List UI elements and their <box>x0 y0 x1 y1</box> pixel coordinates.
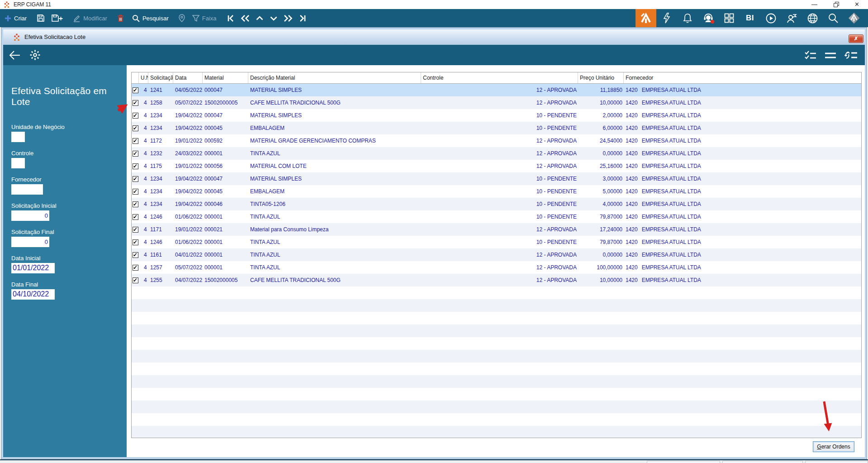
column-header-check[interactable] <box>132 72 139 83</box>
table-row[interactable]: 4123224/03/2022000001TINTA AZUL12 - APRO… <box>132 147 861 160</box>
modificar-button[interactable]: Modificar <box>73 14 107 22</box>
support-headset-icon[interactable] <box>698 9 719 27</box>
solicitacao_final-input[interactable]: 0 <box>11 237 49 247</box>
column-header-Fornecedor[interactable]: Fornecedor <box>624 72 862 83</box>
table-row[interactable]: 4117219/01/2022000592MATERIAL GRADE GERE… <box>132 134 861 147</box>
column-header-Data[interactable]: Data <box>173 72 203 83</box>
table-row[interactable]: 4125504/07/202215002000005CAFE MELLITA T… <box>132 274 861 286</box>
column-header-Preço Unitário[interactable]: Preço Unitário <box>578 72 624 83</box>
pin-button[interactable] <box>179 14 185 22</box>
table-row[interactable]: 4124104/05/2022000047MATERIAL SIMPLES12 … <box>132 84 861 96</box>
cell-un: 4 <box>139 100 148 106</box>
lightning-icon[interactable] <box>656 9 677 27</box>
bi-button[interactable]: BI <box>740 9 760 27</box>
row-checkbox[interactable] <box>133 277 138 283</box>
table-row[interactable]: 4117119/01/2022000021Material para Consu… <box>132 223 861 236</box>
window-header-bar <box>3 45 865 65</box>
table-row[interactable]: 4123419/04/2022000045EMBALAGEM10 - PENDE… <box>132 122 861 134</box>
row-checkbox[interactable] <box>133 201 138 207</box>
cell-solicitacao: 1234 <box>148 188 173 195</box>
bell-icon[interactable] <box>677 9 698 27</box>
row-checkbox[interactable] <box>133 113 138 119</box>
gerar-ordens-button[interactable]: Gerar Ordens <box>813 441 854 452</box>
save-new-button[interactable] <box>51 14 63 22</box>
column-header-U.N.[interactable]: U.N. <box>139 72 148 83</box>
globe-icon[interactable] <box>802 9 823 27</box>
controle-input[interactable] <box>11 158 25 168</box>
row-checkbox[interactable] <box>133 227 138 233</box>
fornecedor-nome: EMPRESA ATUAL LTDA <box>642 150 701 157</box>
tutorial-play-icon[interactable] <box>760 9 781 27</box>
table-row[interactable]: 4123419/04/2022000047MATERIAL SIMPLES10 … <box>132 172 861 185</box>
delete-button[interactable] <box>117 14 124 22</box>
cell-fornecedor: 1420EMPRESA ATUAL LTDA <box>624 176 862 182</box>
down-icon[interactable] <box>270 14 278 22</box>
close-button[interactable]: ✕ <box>847 0 867 9</box>
row-checkbox[interactable] <box>133 189 138 195</box>
solicitacao_inicial-input[interactable]: 0 <box>11 210 49 221</box>
row-checkbox[interactable] <box>133 125 138 131</box>
main-toolbar: Criar Modificar <box>0 9 868 27</box>
apps-grid-icon[interactable] <box>719 9 740 27</box>
column-header-Descrição Material[interactable]: Descrição Material <box>248 72 421 83</box>
check-list-icon[interactable] <box>804 50 817 60</box>
row-checkbox[interactable] <box>133 151 138 157</box>
data_inicial-input[interactable]: 01/01/2022 <box>11 263 55 273</box>
table-row[interactable]: 4125805/07/202215002000005CAFE MELLITA T… <box>132 96 861 109</box>
cell-un: 4 <box>139 201 148 207</box>
minimize-button[interactable]: — <box>804 0 825 9</box>
user-flag-icon[interactable] <box>781 9 802 27</box>
app-title: ERP CIGAM 11 <box>14 1 51 8</box>
fornecedor-nome: EMPRESA ATUAL LTDA <box>642 176 701 182</box>
data_final-input[interactable]: 04/10/2022 <box>11 289 55 300</box>
lines-list-icon[interactable] <box>825 50 836 60</box>
criar-button[interactable]: Criar <box>5 15 27 22</box>
row-checkbox[interactable] <box>133 176 138 182</box>
cigam-home-icon[interactable] <box>636 9 656 27</box>
row-checkbox[interactable] <box>133 214 138 220</box>
table-row[interactable]: 4124601/06/2022000001TINTA AZUL10 - PEND… <box>132 236 861 248</box>
window-close-button[interactable]: ✗ <box>849 34 863 43</box>
table-row[interactable]: 4116104/01/2022000001TINTA AZUL12 - APRO… <box>132 248 861 261</box>
settings-gear-icon[interactable] <box>29 49 41 61</box>
fornecedor-input[interactable] <box>11 184 43 195</box>
next-icon[interactable] <box>284 14 293 22</box>
table-row[interactable]: 4123419/04/2022000047MATERIAL SIMPLES10 … <box>132 109 861 122</box>
row-checkbox[interactable] <box>133 252 138 258</box>
maximize-button[interactable] <box>826 0 846 9</box>
back-arrow-icon[interactable] <box>9 50 20 60</box>
unidade_negocio-input[interactable] <box>11 132 25 142</box>
refresh-list-icon[interactable] <box>844 50 858 60</box>
save-button[interactable] <box>37 14 45 22</box>
app-titlebar: ERP CIGAM 11 — ✕ <box>0 0 868 9</box>
table-row[interactable]: 4117519/01/2022000056MATERIAL COM LOTE12… <box>132 160 861 172</box>
first-icon[interactable] <box>227 14 235 22</box>
last-icon[interactable] <box>299 14 307 22</box>
cigam-logo-icon[interactable] <box>844 9 864 27</box>
table-row[interactable]: 4125705/07/2022000001TINTA AZUL12 - APRO… <box>132 261 861 274</box>
column-header-Material[interactable]: Material <box>203 72 248 83</box>
column-header-Controle[interactable]: Controle <box>421 72 578 83</box>
column-header-Solicitação[interactable]: Solicitação <box>148 72 173 83</box>
table-row[interactable]: 4124601/06/2022000001TINTA AZUL10 - PEND… <box>132 210 861 223</box>
pesquisar-button[interactable]: Pesquisar <box>132 14 169 22</box>
cell-controle: 12 - APROVADA <box>421 163 578 169</box>
row-checkbox[interactable] <box>133 87 138 93</box>
solicitacoes-table: U.N.SolicitaçãoDataMaterialDescrição Mat… <box>131 72 862 438</box>
search-global-icon[interactable] <box>823 9 844 27</box>
fornecedor-nome: EMPRESA ATUAL LTDA <box>642 252 701 258</box>
cell-descricao: Material para Consumo Limpeza <box>248 226 421 233</box>
faixa-button[interactable]: Faixa <box>192 14 217 22</box>
row-checkbox[interactable] <box>133 163 138 169</box>
row-checkbox[interactable] <box>133 138 138 144</box>
row-checkbox[interactable] <box>133 265 138 271</box>
table-row[interactable]: 4123419/04/2022000045EMBALAGEM10 - PENDE… <box>132 185 861 198</box>
previous-icon[interactable] <box>241 14 250 22</box>
row-checkbox[interactable] <box>133 239 138 245</box>
cell-preco-unitario: 5,00000 <box>578 188 624 195</box>
cell-controle: 12 - APROVADA <box>421 100 578 106</box>
table-row[interactable]: 4123419/04/2022000046TINTA05-120610 - PE… <box>132 198 861 210</box>
row-checkbox[interactable] <box>133 100 138 106</box>
cell-descricao: EMBALAGEM <box>248 188 421 195</box>
up-icon[interactable] <box>256 14 264 22</box>
